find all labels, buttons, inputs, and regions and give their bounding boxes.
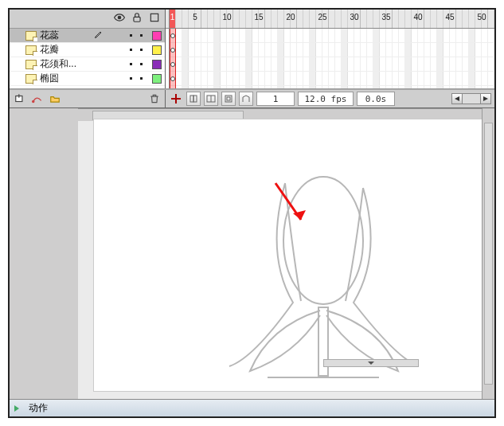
stage-vertical-scrollbar[interactable] <box>482 108 494 399</box>
layer-list: 花蕊花瓣花须和...椭圆 <box>10 29 165 88</box>
layer-row[interactable]: 花须和... <box>10 57 165 72</box>
layer-row[interactable]: 花蕊 <box>10 29 165 43</box>
layer-name-label: 花瓣 <box>40 43 91 57</box>
elapsed-time-display: 0.0s <box>357 92 395 106</box>
add-motion-guide-button[interactable] <box>30 92 45 106</box>
svg-rect-2 <box>150 14 158 21</box>
layer-icon <box>25 60 37 69</box>
svg-rect-1 <box>134 17 140 21</box>
timeline-ruler[interactable]: 15101520253035404550 <box>166 10 494 29</box>
layer-name-label: 椭圆 <box>40 72 91 85</box>
svg-rect-13 <box>225 96 232 102</box>
layer-name-label: 花蕊 <box>40 29 91 42</box>
layer-color-swatch[interactable] <box>152 31 162 41</box>
canvas-area <box>10 108 494 399</box>
insert-folder-button[interactable] <box>48 92 62 106</box>
onion-skin-button[interactable] <box>186 92 201 106</box>
delete-layer-button[interactable] <box>147 92 162 106</box>
stage[interactable] <box>94 119 482 391</box>
svg-marker-15 <box>455 96 459 101</box>
onion-skin-outline-button[interactable] <box>204 92 218 106</box>
actions-panel-label: 动作 <box>29 401 48 415</box>
actions-panel-header[interactable]: 动作 <box>10 399 494 416</box>
layer-name-label: 花须和... <box>40 57 91 71</box>
layer-icon <box>25 31 37 41</box>
red-arrow-annotation <box>268 180 315 236</box>
layer-row[interactable]: 花瓣 <box>10 43 165 57</box>
edit-multiple-frames-button[interactable] <box>221 92 236 106</box>
current-frame-display: 1 <box>256 92 295 106</box>
svg-rect-10 <box>193 96 197 102</box>
panel-resize-handle[interactable] <box>323 359 419 367</box>
keyframe-marker[interactable] <box>170 48 175 53</box>
flower-drawing <box>221 167 428 391</box>
keyframe-marker[interactable] <box>170 33 175 38</box>
timeline-grid: 15101520253035404550 <box>166 10 494 88</box>
layer-icon <box>25 74 37 84</box>
stage-gutter <box>10 108 78 399</box>
svg-rect-14 <box>227 97 230 100</box>
svg-rect-9 <box>190 96 193 102</box>
frames-area[interactable] <box>166 29 494 88</box>
keyframe-marker[interactable] <box>170 76 175 81</box>
stage-wrap <box>78 108 482 399</box>
layer-row[interactable]: 椭圆 <box>10 72 165 86</box>
svg-marker-16 <box>483 96 488 101</box>
layer-header <box>10 10 165 29</box>
layer-panel: 花蕊花瓣花须和...椭圆 <box>10 10 166 88</box>
expand-icon <box>14 405 22 412</box>
outline-icon[interactable] <box>149 12 160 25</box>
layer-color-swatch[interactable] <box>152 45 162 55</box>
layer-color-swatch[interactable] <box>152 74 162 84</box>
layer-color-swatch[interactable] <box>152 60 162 69</box>
modify-onion-markers-button[interactable] <box>239 92 253 106</box>
svg-point-6 <box>33 100 34 102</box>
eye-icon[interactable] <box>114 12 125 25</box>
timeline-horizontal-scroll[interactable] <box>451 93 493 104</box>
layer-icon <box>25 45 37 55</box>
flash-window: { "timeline": { "layers": [ { "name": "花… <box>8 8 496 418</box>
insert-layer-button[interactable] <box>13 92 27 106</box>
keyframe-marker[interactable] <box>170 62 175 67</box>
pencil-icon <box>94 29 104 41</box>
timeline-controls: 1 12.0 fps 0.0s <box>10 89 494 108</box>
lock-icon[interactable] <box>131 12 143 25</box>
center-frame-button[interactable] <box>169 92 183 106</box>
timeline-area: 花蕊花瓣花须和...椭圆 15101520253035404550 <box>10 10 494 89</box>
svg-point-0 <box>118 16 121 19</box>
fps-display: 12.0 fps <box>298 92 354 106</box>
